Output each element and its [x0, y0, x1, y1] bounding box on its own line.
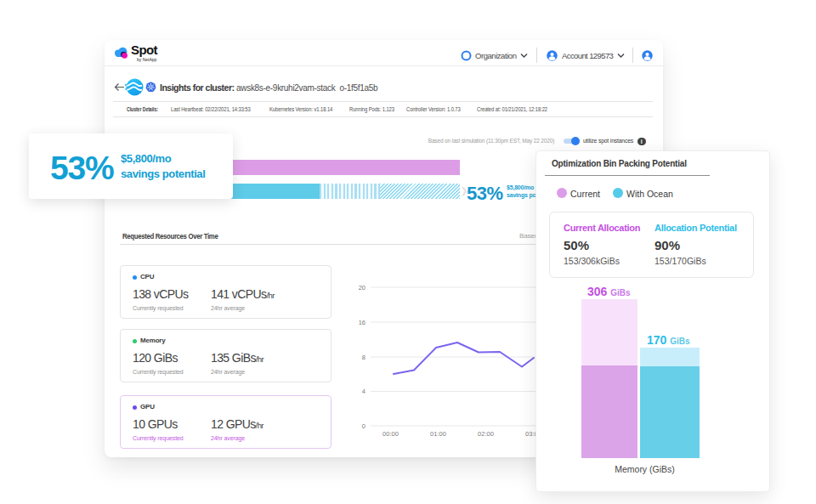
- svg-text:02:00: 02:00: [478, 430, 494, 438]
- svg-text:20: 20: [359, 284, 366, 292]
- svg-text:01:00: 01:00: [430, 430, 446, 438]
- svg-text:16: 16: [359, 319, 366, 326]
- svg-text:0: 0: [362, 422, 366, 430]
- svg-text:8: 8: [362, 354, 366, 361]
- svg-text:00:00: 00:00: [382, 430, 399, 438]
- svg-text:4: 4: [362, 388, 366, 395]
